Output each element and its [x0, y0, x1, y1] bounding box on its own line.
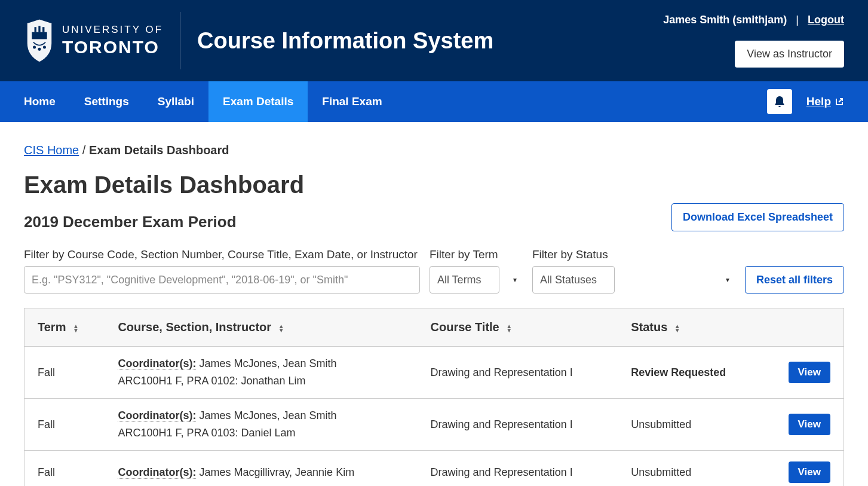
- term-filter-label: Filter by Term: [430, 248, 523, 261]
- cell-title: Drawing and Representation I: [418, 451, 618, 487]
- download-excel-button[interactable]: Download Excel Spreadsheet: [671, 203, 844, 231]
- user-display: James Smith (smithjam): [663, 14, 787, 26]
- help-label: Help: [806, 95, 831, 108]
- svg-point-6: [43, 45, 46, 48]
- svg-rect-0: [32, 32, 47, 39]
- cell-course: Coordinator(s): James McJones, Jean Smit…: [105, 399, 417, 451]
- top-header: UNIVERSITY OF TORONTO Course Information…: [0, 0, 868, 81]
- external-link-icon: [835, 97, 844, 106]
- col-actions: [762, 308, 844, 347]
- bell-icon: [774, 95, 786, 108]
- header-right: James Smith (smithjam) | Logout View as …: [663, 14, 844, 68]
- table-row: FallCoordinator(s): James McJones, Jean …: [24, 399, 844, 451]
- cell-term: Fall: [24, 347, 105, 399]
- exam-details-table: Term ▲▼ Course, Section, Instructor ▲▼ C…: [24, 308, 844, 486]
- breadcrumb-sep: /: [82, 143, 89, 157]
- nav-final-exam[interactable]: Final Exam: [308, 81, 396, 122]
- header-divider: [180, 12, 180, 69]
- svg-point-4: [33, 45, 36, 48]
- section-line: ARC100H1 F, PRA 0102: Jonathan Lim: [118, 375, 404, 387]
- view-button[interactable]: View: [789, 461, 830, 483]
- breadcrumb-home[interactable]: CIS Home: [24, 143, 79, 157]
- cell-status: Unsubmitted: [618, 451, 762, 487]
- cell-action: View: [762, 347, 844, 399]
- breadcrumb: CIS Home / Exam Details Dashboard: [24, 143, 844, 157]
- breadcrumb-current: Exam Details Dashboard: [89, 143, 229, 157]
- cell-status: Review Requested: [618, 347, 762, 399]
- cell-term: Fall: [24, 399, 105, 451]
- section-line: ARC100H1 F, PRA 0103: Daniel Lam: [118, 427, 404, 439]
- status-filter-label: Filter by Status: [532, 248, 735, 261]
- cell-action: View: [762, 399, 844, 451]
- logout-link[interactable]: Logout: [808, 14, 844, 26]
- svg-point-5: [38, 48, 41, 51]
- col-title[interactable]: Course Title ▲▼: [418, 308, 618, 347]
- col-term[interactable]: Term ▲▼: [24, 308, 105, 347]
- text-filter-input[interactable]: [24, 266, 420, 294]
- view-button[interactable]: View: [789, 362, 830, 383]
- cell-term: Fall: [24, 451, 105, 487]
- user-info-row: James Smith (smithjam) | Logout: [663, 14, 844, 26]
- col-course[interactable]: Course, Section, Instructor ▲▼: [105, 308, 417, 347]
- sort-icon: ▲▼: [278, 324, 284, 332]
- logo-text: UNIVERSITY OF TORONTO: [62, 24, 163, 57]
- content-area: CIS Home / Exam Details Dashboard Exam D…: [0, 122, 868, 486]
- logo-line2: TORONTO: [62, 37, 163, 57]
- col-term-label: Term: [38, 320, 66, 334]
- notifications-button[interactable]: [767, 89, 792, 114]
- svg-rect-1: [35, 27, 36, 32]
- cell-action: View: [762, 451, 844, 487]
- view-as-instructor-button[interactable]: View as Instructor: [735, 41, 844, 68]
- table-row: FallCoordinator(s): James McJones, Jean …: [24, 347, 844, 399]
- term-filter-select[interactable]: All Terms: [430, 266, 499, 294]
- app-title: Course Information System: [197, 28, 493, 54]
- cell-course: Coordinator(s): James Macgillivray, Jean…: [105, 451, 417, 487]
- user-separator: |: [796, 14, 799, 26]
- main-nav: Home Settings Syllabi Exam Details Final…: [0, 81, 868, 122]
- nav-syllabi[interactable]: Syllabi: [143, 81, 208, 122]
- sort-icon: ▲▼: [506, 324, 512, 332]
- nav-home[interactable]: Home: [0, 81, 70, 122]
- shield-icon: [24, 18, 55, 63]
- coordinator-label: Coordinator(s):: [118, 409, 196, 422]
- cell-title: Drawing and Representation I: [418, 399, 618, 451]
- col-status-label: Status: [631, 320, 667, 334]
- coordinator-label: Coordinator(s):: [118, 466, 196, 479]
- sort-icon: ▲▼: [73, 324, 79, 332]
- logo-line1: UNIVERSITY OF: [62, 24, 163, 36]
- logo[interactable]: UNIVERSITY OF TORONTO: [24, 18, 163, 63]
- col-title-label: Course Title: [431, 320, 499, 334]
- view-button[interactable]: View: [789, 414, 830, 435]
- filters-row: Filter by Course Code, Section Number, C…: [24, 248, 844, 294]
- text-filter-label: Filter by Course Code, Section Number, C…: [24, 248, 420, 261]
- coordinator-label: Coordinator(s):: [118, 357, 196, 370]
- page-title: Exam Details Dashboard: [24, 172, 844, 198]
- nav-settings[interactable]: Settings: [70, 81, 143, 122]
- nav-exam-details[interactable]: Exam Details: [208, 81, 308, 122]
- help-link[interactable]: Help: [806, 95, 844, 108]
- reset-filters-button[interactable]: Reset all filters: [745, 266, 844, 294]
- status-filter-select[interactable]: All Statuses: [532, 266, 615, 294]
- cell-title: Drawing and Representation I: [418, 347, 618, 399]
- table-row: FallCoordinator(s): James Macgillivray, …: [24, 451, 844, 487]
- cell-status: Unsubmitted: [618, 399, 762, 451]
- page-subtitle: 2019 December Exam Period: [24, 213, 237, 231]
- svg-rect-3: [42, 27, 44, 32]
- cell-course: Coordinator(s): James McJones, Jean Smit…: [105, 347, 417, 399]
- svg-rect-2: [38, 26, 40, 32]
- sort-icon: ▲▼: [674, 324, 680, 332]
- col-course-label: Course, Section, Instructor: [118, 320, 271, 334]
- col-status[interactable]: Status ▲▼: [618, 308, 762, 347]
